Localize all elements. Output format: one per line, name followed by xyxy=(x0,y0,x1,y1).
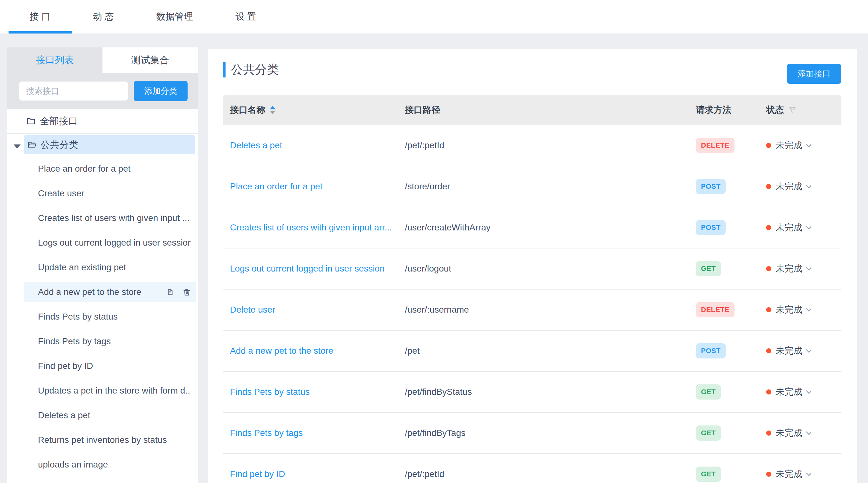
trash-icon[interactable] xyxy=(183,288,191,296)
add-category-button[interactable]: 添加分类 xyxy=(134,81,188,101)
tree-item-label: Place an order for a pet xyxy=(38,164,191,174)
chevron-down-icon xyxy=(806,347,811,352)
caret-down-icon[interactable] xyxy=(13,144,21,149)
status-text: 未完成 xyxy=(776,345,802,357)
status-dot xyxy=(766,389,771,394)
tree-item-label: Add a new pet to the store xyxy=(38,287,158,297)
interface-path: /user/:username xyxy=(405,305,696,315)
copy-file-icon[interactable] xyxy=(166,288,174,296)
filter-funnel-icon[interactable] xyxy=(788,106,797,114)
table-row: Finds Pets by tags/pet/findByTagsGET未完成 xyxy=(223,413,841,454)
status-dot xyxy=(766,225,771,230)
interface-name-link[interactable]: Deletes a pet xyxy=(230,140,282,150)
status-text: 未完成 xyxy=(776,263,802,275)
tree-item-label: Creates list of users with given input .… xyxy=(38,213,191,223)
status-dropdown[interactable]: 未完成 xyxy=(766,139,841,152)
tree-category-public[interactable]: 公共分类 xyxy=(7,135,198,157)
table-header: 接口名称 接口路径 请求方法 状态 xyxy=(223,95,841,125)
chevron-down-icon xyxy=(806,388,811,393)
folder-icon xyxy=(26,116,36,126)
interface-name-link[interactable]: Creates list of users with given input a… xyxy=(230,223,392,232)
status-dot xyxy=(766,184,771,189)
status-dropdown[interactable]: 未完成 xyxy=(766,386,841,398)
sidebar-tab-1[interactable]: 接口列表 xyxy=(7,47,102,73)
tree-item[interactable]: Update an existing pet xyxy=(7,255,198,280)
tree-item-label: Logs out current logged in user session xyxy=(38,238,191,248)
status-dropdown[interactable]: 未完成 xyxy=(766,427,841,439)
search-input[interactable] xyxy=(19,81,128,101)
status-dropdown[interactable]: 未完成 xyxy=(766,468,841,480)
title-accent-bar xyxy=(223,62,225,77)
tree-item-label: Updates a pet in the store with form d..… xyxy=(38,386,191,396)
panel-header: 公共分类 添加接口 xyxy=(208,49,857,95)
status-dropdown[interactable]: 未完成 xyxy=(766,345,841,357)
column-header-method: 请求方法 xyxy=(696,104,766,116)
interface-path: /pet/:petId xyxy=(405,140,696,151)
table-row: Find pet by ID/pet/:petIdGET未完成 xyxy=(223,454,841,483)
status-text: 未完成 xyxy=(776,386,802,398)
folder-open-icon xyxy=(27,140,37,150)
tree-item[interactable]: Updates a pet in the store with form d..… xyxy=(7,378,198,403)
method-badge: DELETE xyxy=(696,138,735,153)
top-nav-tabs: 接 口动 态数据管理设 置 xyxy=(0,0,868,33)
chevron-down-icon xyxy=(806,265,811,270)
status-dot xyxy=(766,472,771,477)
tree-item-label: Create user xyxy=(38,188,191,198)
interface-name-link[interactable]: Delete user xyxy=(230,305,275,315)
chevron-down-icon xyxy=(806,429,811,434)
nav-tab-4[interactable]: 设 置 xyxy=(214,0,277,33)
tree-item-label: Update an existing pet xyxy=(38,262,191,272)
nav-tab-3[interactable]: 数据管理 xyxy=(135,0,214,33)
status-dropdown[interactable]: 未完成 xyxy=(766,304,841,316)
interface-name-link[interactable]: Place an order for a pet xyxy=(230,182,323,191)
method-badge: GET xyxy=(696,425,721,441)
status-dropdown[interactable]: 未完成 xyxy=(766,181,841,193)
status-dropdown[interactable]: 未完成 xyxy=(766,222,841,234)
interface-name-link[interactable]: Finds Pets by tags xyxy=(230,428,303,438)
column-header-status[interactable]: 状态 xyxy=(766,104,841,116)
sidebar-tabs: 接口列表测试集合 xyxy=(7,47,198,73)
tree-item-label: Returns pet inventories by status xyxy=(38,435,191,445)
tree-item-label: Finds Pets by status xyxy=(38,312,191,322)
table-row: Deletes a pet/pet/:petIdDELETE未完成 xyxy=(223,125,841,166)
tree-item[interactable]: Deletes a pet xyxy=(7,403,198,428)
interface-name-link[interactable]: Logs out current logged in user session xyxy=(230,264,385,273)
tree-item-label: uploads an image xyxy=(38,460,191,470)
status-dot xyxy=(766,266,771,271)
tree-item[interactable]: uploads an image xyxy=(7,452,198,477)
status-dropdown[interactable]: 未完成 xyxy=(766,263,841,275)
interface-path: /pet xyxy=(405,346,696,356)
chevron-down-icon xyxy=(806,183,811,188)
tree-item[interactable]: Find pet by ID xyxy=(7,354,198,378)
status-dot xyxy=(766,430,771,436)
tree-item[interactable]: Finds Pets by tags xyxy=(7,329,198,354)
method-badge: POST xyxy=(696,179,726,194)
status-dot xyxy=(766,307,771,312)
tree-item[interactable]: Create user xyxy=(7,181,198,206)
interface-name-link[interactable]: Finds Pets by status xyxy=(230,387,310,397)
interface-name-link[interactable]: Find pet by ID xyxy=(230,469,285,479)
interface-name-link[interactable]: Add a new pet to the store xyxy=(230,346,333,356)
main-panel: 公共分类 添加接口 接口名称 接口路径 请求方法 状态 xyxy=(208,49,857,483)
add-interface-button[interactable]: 添加接口 xyxy=(787,64,841,84)
method-badge: GET xyxy=(696,384,721,399)
sidebar-tab-2[interactable]: 测试集合 xyxy=(102,47,198,73)
top-nav: 接 口动 态数据管理设 置 xyxy=(0,0,868,34)
tree-item[interactable]: Logs out current logged in user session xyxy=(7,230,198,255)
tree-item[interactable]: Creates list of users with given input .… xyxy=(7,206,198,230)
nav-tab-2[interactable]: 动 态 xyxy=(72,0,135,33)
column-header-path: 接口路径 xyxy=(405,104,696,116)
tree-root-label: 全部接口 xyxy=(40,115,78,128)
tree-root-all-interfaces[interactable]: 全部接口 xyxy=(7,109,198,134)
chevron-down-icon xyxy=(806,141,811,147)
chevron-down-icon xyxy=(806,224,811,229)
tree-item[interactable]: Add a new pet to the store xyxy=(7,280,198,304)
table-row: Place an order for a pet/store/orderPOST… xyxy=(223,166,841,207)
status-text: 未完成 xyxy=(776,139,802,152)
column-header-name[interactable]: 接口名称 xyxy=(230,104,405,116)
tree-item[interactable]: Finds Pets by status xyxy=(7,304,198,329)
tree-item[interactable]: Place an order for a pet xyxy=(7,157,198,181)
sort-carets-icon[interactable] xyxy=(270,106,276,114)
nav-tab-1[interactable]: 接 口 xyxy=(8,0,72,33)
tree-item[interactable]: Returns pet inventories by status xyxy=(7,428,198,452)
